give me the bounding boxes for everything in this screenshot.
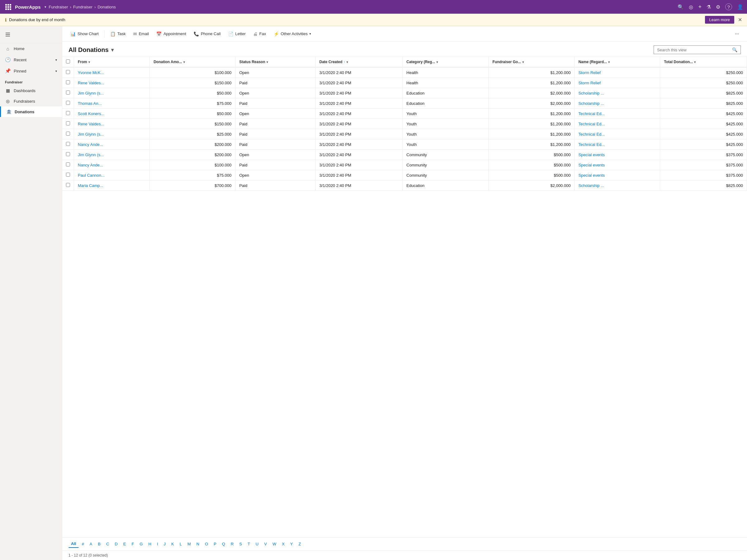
row-checkbox-cell[interactable] xyxy=(62,119,74,129)
row-checkbox[interactable] xyxy=(66,162,70,166)
row-checkbox[interactable] xyxy=(66,111,70,115)
search-input[interactable] xyxy=(657,48,729,52)
row-checkbox-cell[interactable] xyxy=(62,139,74,150)
alpha-btn-t[interactable]: T xyxy=(245,540,252,548)
alpha-btn-i[interactable]: I xyxy=(154,540,161,548)
task-button[interactable]: 📋 Task xyxy=(107,30,129,38)
row-checkbox[interactable] xyxy=(66,152,70,156)
col-amount[interactable]: Donation Amo...▾ xyxy=(150,57,235,67)
breadcrumb-fundraiser[interactable]: Fundraiser xyxy=(49,5,68,9)
search-nav-icon[interactable]: 🔍 xyxy=(677,4,684,10)
alpha-btn-n[interactable]: N xyxy=(194,540,202,548)
sidebar-item-dashboards[interactable]: ▦ Dashboards xyxy=(0,85,62,96)
alpha-btn-g[interactable]: G xyxy=(137,540,145,548)
user-nav-icon[interactable]: 👤 xyxy=(737,4,743,10)
col-category[interactable]: Category (Reg...▾ xyxy=(403,57,488,67)
row-from[interactable]: Jim Glynn (s... xyxy=(74,150,150,160)
row-checkbox[interactable] xyxy=(66,173,70,177)
learn-more-button[interactable]: Learn more xyxy=(705,16,734,24)
row-name[interactable]: Technical Ed... xyxy=(574,129,660,139)
alpha-btn-v[interactable]: V xyxy=(262,540,269,548)
sidebar-item-donations[interactable]: 🏦 Donations xyxy=(0,106,62,117)
row-checkbox-cell[interactable] xyxy=(62,78,74,88)
row-from[interactable]: Maria Camp... xyxy=(74,181,150,191)
close-notif-button[interactable]: ✕ xyxy=(738,17,742,23)
alpha-btn-all[interactable]: All xyxy=(69,540,79,548)
row-name[interactable]: Storm Relief xyxy=(574,67,660,78)
alpha-btn-u[interactable]: U xyxy=(253,540,261,548)
email-button[interactable]: ✉ Email xyxy=(130,30,152,38)
alpha-btn-m[interactable]: M xyxy=(185,540,193,548)
select-all-checkbox-col[interactable] xyxy=(62,57,74,67)
search-box-icon[interactable]: 🔍 xyxy=(732,47,737,52)
col-date[interactable]: Date Created↑▾ xyxy=(315,57,403,67)
alpha-btn-q[interactable]: Q xyxy=(220,540,228,548)
sidebar-menu-icon[interactable] xyxy=(0,29,62,41)
row-from[interactable]: Scott Koners... xyxy=(74,109,150,119)
row-name[interactable]: Scholarship ... xyxy=(574,88,660,98)
app-name-caret[interactable]: ▾ xyxy=(45,5,46,9)
row-checkbox-cell[interactable] xyxy=(62,170,74,181)
view-title-caret-icon[interactable]: ▾ xyxy=(111,47,113,53)
row-checkbox[interactable] xyxy=(66,90,70,95)
row-checkbox[interactable] xyxy=(66,101,70,105)
sidebar-item-home[interactable]: ⌂ Home xyxy=(0,43,62,54)
alpha-btn-z[interactable]: Z xyxy=(296,540,304,548)
letter-button[interactable]: 📄 Letter xyxy=(225,30,249,38)
alpha-btn-a[interactable]: A xyxy=(87,540,95,548)
col-total[interactable]: Total Donation...▾ xyxy=(660,57,747,67)
alpha-btn-w[interactable]: W xyxy=(270,540,279,548)
sidebar-item-pinned[interactable]: 📌 Pinned ▾ xyxy=(0,65,62,77)
alpha-btn-s[interactable]: S xyxy=(237,540,244,548)
row-checkbox-cell[interactable] xyxy=(62,181,74,191)
row-from[interactable]: Jim Glynn (s... xyxy=(74,88,150,98)
row-checkbox-cell[interactable] xyxy=(62,109,74,119)
alpha-btn-h[interactable]: H xyxy=(146,540,154,548)
appointment-button[interactable]: 📅 Appointment xyxy=(153,30,189,38)
alpha-btn-#[interactable]: # xyxy=(79,540,86,548)
plus-nav-icon[interactable]: + xyxy=(698,4,701,10)
alpha-btn-l[interactable]: L xyxy=(177,540,184,548)
col-name[interactable]: Name (Regard...▾ xyxy=(574,57,660,67)
row-checkbox[interactable] xyxy=(66,142,70,146)
row-name[interactable]: Special events xyxy=(574,150,660,160)
toolbar-more-button[interactable]: ⋯ xyxy=(732,30,742,38)
alpha-btn-r[interactable]: R xyxy=(228,540,236,548)
row-checkbox[interactable] xyxy=(66,132,70,136)
alpha-btn-o[interactable]: O xyxy=(202,540,210,548)
row-name[interactable]: Scholarship ... xyxy=(574,98,660,109)
alpha-btn-b[interactable]: B xyxy=(96,540,103,548)
help-nav-icon[interactable]: ? xyxy=(725,3,732,10)
row-from[interactable]: Yvonne McK... xyxy=(74,67,150,78)
select-all-checkbox[interactable] xyxy=(66,59,70,63)
other-activities-button[interactable]: ⚡ Other Activities ▾ xyxy=(271,30,314,38)
alpha-btn-k[interactable]: K xyxy=(169,540,177,548)
alpha-btn-d[interactable]: D xyxy=(112,540,120,548)
row-from[interactable]: Nancy Ande... xyxy=(74,139,150,150)
alpha-btn-f[interactable]: F xyxy=(129,540,137,548)
row-checkbox-cell[interactable] xyxy=(62,160,74,170)
settings-nav-icon[interactable]: ⚙ xyxy=(716,4,720,10)
row-name[interactable]: Special events xyxy=(574,160,660,170)
row-name[interactable]: Technical Ed... xyxy=(574,139,660,150)
target-nav-icon[interactable]: ◎ xyxy=(689,4,693,10)
row-checkbox[interactable] xyxy=(66,70,70,74)
row-checkbox-cell[interactable] xyxy=(62,98,74,109)
row-from[interactable]: Paul Cannon... xyxy=(74,170,150,181)
col-from[interactable]: From▾ xyxy=(74,57,150,67)
row-name[interactable]: Scholarship ... xyxy=(574,181,660,191)
row-checkbox-cell[interactable] xyxy=(62,150,74,160)
alpha-btn-y[interactable]: Y xyxy=(288,540,295,548)
row-name[interactable]: Storm Relief xyxy=(574,78,660,88)
row-checkbox[interactable] xyxy=(66,183,70,187)
row-from[interactable]: Nancy Ande... xyxy=(74,160,150,170)
row-name[interactable]: Special events xyxy=(574,170,660,181)
col-status[interactable]: Status Reason▾ xyxy=(235,57,315,67)
fax-button[interactable]: 🖨 Fax xyxy=(250,30,269,38)
filter-nav-icon[interactable]: ⚗ xyxy=(706,4,711,10)
waffle-menu-button[interactable] xyxy=(4,2,12,11)
row-checkbox[interactable] xyxy=(66,121,70,125)
alpha-btn-e[interactable]: E xyxy=(121,540,129,548)
row-checkbox-cell[interactable] xyxy=(62,67,74,78)
alpha-btn-p[interactable]: P xyxy=(211,540,219,548)
